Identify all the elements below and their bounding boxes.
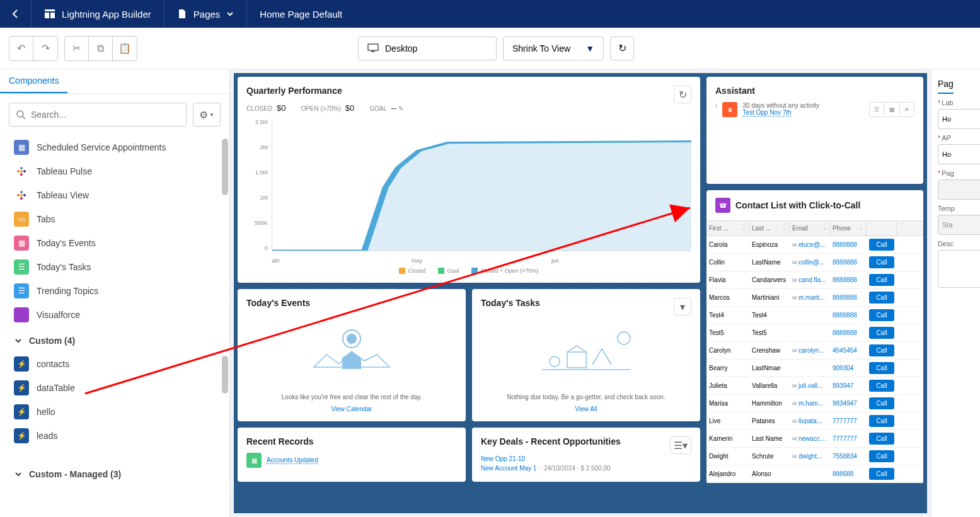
api-input[interactable]: Ho — [938, 144, 980, 164]
custom-section-header[interactable]: Custom (4) — [9, 327, 221, 352]
contact-phone[interactable]: 7777777 — [830, 413, 867, 429]
paste-button[interactable]: 📋 — [113, 37, 137, 60]
back-button[interactable] — [0, 0, 32, 28]
zoom-select[interactable]: Shrink To View ▼ — [503, 37, 604, 60]
recent-record-link[interactable]: Accounts Updated — [267, 457, 318, 464]
contact-phone[interactable]: 8888888 — [830, 325, 867, 341]
todays-tasks-card[interactable]: Today's Tasks ▾ Nothing due today. Be a … — [472, 289, 700, 421]
chevron-right-icon[interactable]: › — [715, 102, 717, 109]
opportunity-link[interactable]: New Account May 1 — [481, 465, 536, 472]
scrollbar-up-track[interactable] — [222, 139, 228, 195]
contact-phone[interactable]: 4545454 — [830, 343, 867, 358]
assistant-card[interactable]: Assistant › ♛ 30 days without any activi… — [706, 77, 923, 184]
contact-email[interactable]: ✉ collin@... — [790, 254, 830, 270]
contact-phone[interactable]: 8888888 — [830, 307, 867, 323]
contact-email[interactable]: ✉ livpata... — [790, 413, 830, 429]
call-button[interactable]: Call — [869, 239, 894, 251]
call-button[interactable]: Call — [869, 433, 894, 445]
view-all-tasks-link[interactable]: View All — [481, 406, 691, 412]
perf-refresh-button[interactable]: ↻ — [674, 86, 691, 103]
assistant-link[interactable]: Test Opp Nov 7th — [742, 109, 791, 116]
contact-email[interactable]: ✉ m.marti... — [790, 290, 830, 305]
contact-phone[interactable]: 9834947 — [830, 395, 867, 411]
contact-email[interactable]: ✉ dwight... — [790, 448, 830, 464]
component-item[interactable]: ☰Today's Tasks — [9, 255, 221, 279]
contact-phone[interactable]: 888688 — [830, 466, 867, 482]
custom-component-item[interactable]: ⚡leads — [9, 424, 221, 448]
custom-managed-section-header[interactable]: Custom - Managed (3) — [9, 460, 221, 486]
cut-button[interactable]: ✂ — [65, 37, 89, 60]
key-deals-card[interactable]: Key Deals - Recent Opportunities ☰▾ New … — [472, 428, 700, 482]
redo-button[interactable]: ↷ — [33, 37, 57, 60]
col-header-last[interactable]: Last ...⌄ — [749, 221, 790, 236]
call-button[interactable]: Call — [869, 415, 894, 427]
contact-email[interactable]: ✉ newacc... — [790, 431, 830, 446]
custom-component-item[interactable]: ⚡dataTable — [9, 376, 221, 400]
contact-list-card[interactable]: ☎ Contact List with Click-to-Call First … — [706, 190, 923, 483]
contact-email[interactable]: ✉ juli.vall... — [790, 378, 830, 394]
undo-button[interactable]: ↶ — [9, 37, 33, 60]
assistant-action-2[interactable]: ▦ — [884, 102, 899, 117]
contact-phone[interactable]: 8888888 — [830, 254, 867, 270]
contact-email[interactable] — [790, 329, 830, 338]
call-button[interactable]: Call — [869, 450, 894, 462]
contact-email[interactable] — [790, 364, 830, 373]
nav-app-builder[interactable]: Lightning App Builder — [32, 0, 164, 28]
search-input-wrap[interactable] — [9, 103, 187, 127]
nav-pages[interactable]: Pages — [164, 0, 248, 28]
component-item[interactable]: ▭Tabs — [9, 207, 221, 231]
call-button[interactable]: Call — [869, 327, 894, 339]
col-header-phone[interactable]: Phone⌄ — [830, 221, 867, 236]
contact-phone[interactable]: 909304 — [830, 360, 867, 376]
contact-phone[interactable]: 7558834 — [830, 448, 867, 464]
component-item[interactable]: Tableau View — [9, 183, 221, 207]
col-header-email[interactable]: Email⌄ — [790, 221, 830, 236]
custom-component-item[interactable]: ⚡contacts — [9, 352, 221, 376]
contact-phone[interactable]: 8888888 — [830, 237, 867, 253]
view-calendar-link[interactable]: View Calendar — [246, 406, 457, 412]
component-item[interactable]: ▦Today's Events — [9, 231, 221, 255]
edit-goal-icon[interactable]: ✎ — [398, 105, 403, 112]
scrollbar-thumb[interactable] — [222, 356, 228, 394]
call-button[interactable]: Call — [869, 380, 894, 392]
assistant-action-1[interactable]: ☰ — [869, 102, 884, 117]
call-button[interactable]: Call — [869, 256, 894, 268]
page-tab[interactable]: Pag — [938, 79, 954, 94]
tasks-menu-button[interactable]: ▾ — [674, 298, 691, 315]
contact-phone[interactable]: 7777777 — [830, 431, 867, 446]
call-button[interactable]: Call — [869, 344, 894, 356]
search-field[interactable] — [31, 110, 180, 120]
component-item[interactable]: ▦Scheduled Service Appointments — [9, 135, 221, 159]
quarterly-performance-card[interactable]: Quarterly Performance ↻ CLOSED $0 OPEN (… — [238, 77, 700, 283]
copy-button[interactable]: ⧉ — [89, 37, 113, 60]
contact-phone[interactable]: 893947 — [830, 378, 867, 394]
contact-email[interactable]: ✉ m.ham... — [790, 395, 830, 411]
todays-events-card[interactable]: Today's Events Looks like you're free an… — [238, 289, 466, 421]
settings-button[interactable]: ⚙ ▼ — [193, 103, 221, 127]
device-select[interactable]: Desktop — [358, 37, 497, 60]
keydeals-menu-button[interactable]: ☰▾ — [670, 436, 691, 454]
contact-phone[interactable]: 8888888 — [830, 272, 867, 288]
contact-email[interactable] — [790, 311, 830, 320]
contact-email[interactable]: ✉ cand.fla... — [790, 272, 830, 288]
label-input[interactable]: Ho — [938, 109, 980, 129]
component-item[interactable]: Tableau Pulse — [9, 159, 221, 183]
call-button[interactable]: Call — [869, 397, 894, 409]
description-input[interactable] — [938, 250, 980, 288]
contact-email[interactable] — [790, 470, 830, 479]
contact-email[interactable]: ✉ eluce@... — [790, 237, 830, 253]
custom-component-item[interactable]: ⚡hello — [9, 400, 221, 424]
refresh-button[interactable]: ↻ — [610, 37, 634, 60]
component-item[interactable]: ☰Trending Topics — [9, 279, 221, 303]
contact-email[interactable]: ✉ carolyn... — [790, 343, 830, 358]
recent-records-card[interactable]: Recent Records ▦ Accounts Updated — [238, 428, 466, 482]
component-item[interactable]: Visualforce — [9, 303, 221, 327]
call-button[interactable]: Call — [869, 274, 894, 286]
assistant-dismiss[interactable]: ✕ — [899, 102, 914, 117]
call-button[interactable]: Call — [869, 362, 894, 374]
contact-phone[interactable]: 8888888 — [830, 290, 867, 305]
call-button[interactable]: Call — [869, 309, 894, 321]
call-button[interactable]: Call — [869, 292, 894, 304]
component-list[interactable]: ▦Scheduled Service AppointmentsTableau P… — [0, 135, 229, 517]
components-tab[interactable]: Components — [0, 69, 67, 93]
